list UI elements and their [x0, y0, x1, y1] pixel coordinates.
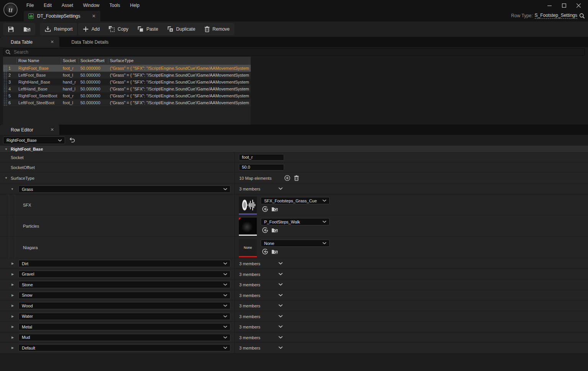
members-chevron-icon[interactable]: [278, 325, 283, 328]
expand-arrow-icon[interactable]: ▶: [11, 346, 14, 350]
row-drag-handle[interactable]: [3, 79, 7, 85]
undo-icon[interactable]: [69, 137, 75, 143]
unreal-data-table-editor: u File Edit Asset Window Tools Help DT_F…: [0, 0, 588, 371]
column-divider[interactable]: [234, 153, 235, 353]
expand-arrow-icon[interactable]: ▶: [11, 273, 14, 276]
surface-key-dropdown[interactable]: Wood: [18, 302, 230, 309]
maximize-button[interactable]: [557, 1, 571, 10]
surface-key-dropdown[interactable]: Gravel: [18, 271, 230, 278]
table-row[interactable]: 2 LeftFoot_Base foot_l 50.000000 ("Grass…: [3, 72, 251, 79]
expand-arrow-icon[interactable]: ▶: [11, 283, 14, 286]
table-row[interactable]: 1 RightFoot_Base foot_r 50.000000 ("Gras…: [3, 65, 251, 72]
members-chevron-icon[interactable]: [278, 315, 283, 318]
row-drag-handle[interactable]: [3, 92, 7, 99]
surface-key-dropdown[interactable]: Default: [18, 344, 230, 351]
niagara-asset-dropdown[interactable]: None: [261, 240, 330, 247]
grass-key-dropdown[interactable]: Grass: [18, 186, 230, 193]
browse-to-asset-button[interactable]: [19, 23, 35, 35]
expand-arrow-icon[interactable]: ▶: [11, 336, 14, 339]
asset-tab-close-icon[interactable]: ✕: [92, 13, 96, 19]
members-chevron-icon[interactable]: [278, 273, 283, 276]
row-select-dropdown[interactable]: RightFoot_Base: [3, 136, 65, 144]
none-thumbnail-label: None: [239, 239, 257, 256]
add-button[interactable]: Add: [78, 23, 104, 35]
menu-tools[interactable]: Tools: [105, 0, 125, 11]
row-type-value-link[interactable]: S_Footstep_Settings: [535, 13, 577, 19]
browse-to-asset-icon[interactable]: [271, 206, 278, 212]
surface-key-dropdown[interactable]: Snow: [18, 292, 230, 299]
save-button[interactable]: [3, 23, 19, 35]
minimize-button[interactable]: [542, 1, 557, 10]
row-type-search-icon[interactable]: [579, 13, 585, 19]
table-row[interactable]: 5 RightFoot_SteelBoot foot_r 50.000000 (…: [3, 92, 251, 99]
surface-map-row: ▶ Snow 3 members: [0, 290, 588, 301]
reimport-button[interactable]: Reimport: [40, 23, 77, 35]
collapse-arrow-icon[interactable]: ▼: [11, 187, 14, 191]
row-drag-handle[interactable]: [3, 99, 7, 106]
row-drag-handle[interactable]: [3, 85, 7, 92]
use-selected-asset-icon[interactable]: [262, 227, 268, 233]
clear-map-trash-icon[interactable]: [294, 175, 299, 181]
particles-asset-dropdown[interactable]: P_FootSteps_Walk: [261, 218, 330, 225]
members-chevron-icon[interactable]: [278, 304, 283, 307]
particles-asset-thumbnail[interactable]: [239, 218, 257, 236]
use-selected-asset-icon[interactable]: [262, 249, 268, 254]
members-chevron-icon[interactable]: [278, 336, 283, 339]
members-chevron-icon[interactable]: [278, 262, 283, 265]
col-socket[interactable]: Socket: [61, 58, 79, 64]
add-element-icon[interactable]: [284, 175, 290, 181]
members-chevron-icon[interactable]: [278, 294, 283, 297]
use-selected-asset-icon[interactable]: [262, 206, 268, 212]
browse-to-asset-icon[interactable]: [271, 249, 278, 254]
surface-key-value: Wood: [22, 304, 33, 308]
members-chevron-icon[interactable]: [278, 283, 283, 286]
socket-offset-input[interactable]: 50.0: [239, 164, 284, 171]
members-chevron-icon[interactable]: [278, 346, 283, 349]
niagara-asset-thumbnail[interactable]: None: [239, 239, 257, 257]
collapse-arrow-icon[interactable]: ▼: [5, 176, 8, 180]
browse-to-asset-icon[interactable]: [271, 227, 278, 233]
expand-arrow-icon[interactable]: ▶: [11, 262, 14, 265]
expand-arrow-icon[interactable]: ▶: [11, 315, 14, 318]
expand-arrow-icon[interactable]: ▶: [11, 304, 14, 307]
search-bar[interactable]: Search: [3, 48, 585, 56]
socket-input[interactable]: foot_r: [239, 154, 284, 161]
tab-row-editor[interactable]: Row Editor ✕: [0, 125, 59, 135]
menu-help[interactable]: Help: [125, 0, 145, 11]
tab-row-editor-close-icon[interactable]: ✕: [51, 127, 54, 132]
remove-button[interactable]: Remove: [200, 23, 234, 35]
surface-key-dropdown[interactable]: Mud: [18, 334, 230, 341]
collapse-arrow-icon[interactable]: ▼: [5, 148, 8, 151]
close-button[interactable]: [571, 1, 586, 10]
paste-button[interactable]: Paste: [133, 23, 163, 35]
menu-file[interactable]: File: [21, 0, 39, 11]
asset-tab[interactable]: DT_FootstepSettings ✕: [24, 11, 100, 21]
members-chevron-icon[interactable]: [278, 187, 283, 190]
menu-edit[interactable]: Edit: [39, 0, 57, 11]
table-row[interactable]: 6 LeftFoot_SteelBoot foot_l 50.000000 ("…: [3, 99, 251, 106]
tab-data-table-details[interactable]: Data Table Details: [59, 37, 121, 47]
table-row[interactable]: 3 RightHand_Base hand_r 50.000000 ("Gras…: [3, 79, 251, 85]
expand-arrow-icon[interactable]: ▶: [11, 325, 14, 328]
surface-key-dropdown[interactable]: Stone: [18, 281, 230, 288]
table-row[interactable]: 4 LeftHand_Base hand_l 50.000000 ("Grass…: [3, 85, 251, 92]
surface-key-dropdown[interactable]: Metal: [18, 323, 230, 330]
sfx-asset-dropdown[interactable]: SFX_Footsteps_Grass_Cue: [261, 197, 330, 204]
duplicate-button[interactable]: Duplicate: [163, 23, 200, 35]
expand-arrow-icon[interactable]: ▶: [11, 294, 14, 297]
menu-asset[interactable]: Asset: [57, 0, 78, 11]
row-name-cell: RightHand_Base: [17, 80, 61, 84]
col-socket-offset[interactable]: SocketOffset: [79, 58, 108, 64]
tab-data-table-close-icon[interactable]: ✕: [51, 39, 54, 44]
col-row-name[interactable]: Row Name: [17, 58, 61, 64]
row-drag-handle[interactable]: [3, 72, 7, 79]
tab-data-table[interactable]: Data Table ✕: [0, 37, 59, 47]
surface-key-dropdown[interactable]: Water: [18, 313, 230, 320]
col-surface-type[interactable]: SurfaceType: [108, 58, 251, 64]
struct-header-row[interactable]: ▼ RightFoot_Base: [0, 146, 588, 153]
row-drag-handle[interactable]: [3, 65, 7, 72]
sfx-asset-thumbnail[interactable]: [239, 197, 257, 215]
menu-window[interactable]: Window: [78, 0, 105, 11]
copy-button[interactable]: Copy: [104, 23, 133, 35]
surface-key-dropdown[interactable]: Dirt: [18, 260, 230, 267]
